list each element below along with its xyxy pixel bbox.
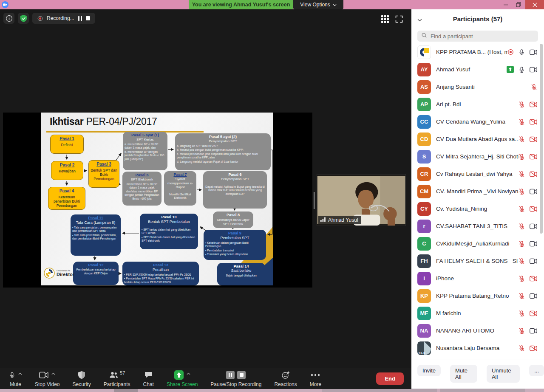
dots-icon: [311, 370, 320, 380]
toolbar-reactions[interactable]: Reactions: [268, 370, 303, 387]
zoom-app-icon: [2, 1, 8, 8]
participant-row[interactable]: IiPhone: [411, 270, 544, 287]
more-options-button[interactable]: ...: [529, 365, 544, 376]
viewing-banner: You are viewing Ahmad Yusuf's screen: [189, 0, 293, 9]
participant-video-ahmad[interactable]: Ahmad Yusuf: [317, 174, 406, 226]
camera-off-icon: [530, 206, 537, 212]
camera-off-icon: [530, 119, 537, 125]
participant-row[interactable]: FHFA HELMY SALEH & SONS_ SH...: [411, 252, 544, 270]
pause-recording-button[interactable]: [78, 16, 82, 21]
participant-row[interactable]: CCvKidulMesjid_AuliaKurniadi: [411, 235, 544, 252]
toolbar-security[interactable]: Security: [66, 370, 97, 387]
close-button[interactable]: [525, 0, 544, 9]
toolbar-pause-stop-recording[interactable]: Pause/Stop Recording: [204, 370, 268, 387]
mute-all-button[interactable]: Mute All: [450, 365, 477, 383]
participant-name: KPP Pratama Batang_Retno: [436, 293, 518, 299]
participants-scrollbar[interactable]: [540, 44, 543, 234]
participant-row[interactable]: KPKPP Pratama Batang_Retno: [411, 287, 544, 305]
minimize-button[interactable]: [500, 0, 512, 9]
participant-row[interactable]: MFM farichin: [411, 305, 544, 322]
toolbar-stop-video[interactable]: Stop Video: [28, 370, 66, 387]
participant-row[interactable]: N L BNusantara Laju Bersama: [411, 339, 544, 357]
screen-sharing-icon: [507, 66, 514, 73]
slide-box-p13: Pasal 13Peralihan• PER-53/PJ/2009 tetap …: [122, 262, 199, 285]
mic-muted-icon: [518, 101, 525, 108]
meeting-toolbar: MuteStop VideoSecurity57ParticipantsChat…: [0, 368, 411, 389]
slide-box-p5a2: Pasal 5 ayat (2)Penyampaian SPTa. langsu…: [175, 133, 271, 170]
participant-avatar: CC: [417, 115, 431, 129]
mic-muted-icon: [518, 240, 525, 247]
stop-recording-button[interactable]: [86, 16, 90, 20]
background-window-strip: [0, 389, 544, 392]
toolbar-participants[interactable]: 57Participants: [97, 370, 137, 387]
participant-avatar: C: [417, 237, 431, 251]
shield-icon: [78, 370, 85, 380]
unmute-all-button[interactable]: Unmute All: [487, 365, 520, 383]
recording-dot-icon: [37, 16, 43, 21]
participants-footer: InviteMute AllUnmute All...: [411, 359, 544, 389]
ministry-logo-icon: [44, 268, 55, 279]
participant-row[interactable]: NANANANG ARI UTOMO: [411, 322, 544, 339]
search-input[interactable]: [430, 33, 534, 40]
chevron-up-icon[interactable]: [51, 369, 55, 377]
shared-screen: IkhtisarPER-04/PJ/2017: [3, 113, 312, 288]
stop-recording-button[interactable]: [237, 371, 246, 379]
smiley-icon: [281, 370, 290, 380]
participant-row[interactable]: KPP PRATAMA B... (Host, me): [411, 43, 544, 61]
end-meeting-button[interactable]: End: [376, 372, 404, 385]
toolbar-mute[interactable]: Mute: [3, 370, 28, 387]
participant-name: CvKidulMesjid_AuliaKurniadi: [436, 240, 518, 247]
participant-row[interactable]: ASAnjang Susanti: [411, 78, 544, 96]
camera-icon: [530, 67, 537, 73]
participant-row[interactable]: SCV Mitra Sejahtera_Hj. Siti Choti...: [411, 148, 544, 165]
participant-avatar: AS: [417, 80, 431, 94]
participant-search[interactable]: [417, 31, 538, 42]
window-titlebar: You are viewing Ahmad Yusuf's screen Vie…: [0, 0, 544, 9]
mic-muted-icon: [518, 136, 525, 143]
toolbar-chat[interactable]: Chat: [137, 370, 160, 387]
camera-icon: [39, 370, 55, 380]
zoom-window: You are viewing Ahmad Yusuf's screen Vie…: [0, 0, 544, 392]
participant-name: CV. Mandiri Prima _Vivi Noviyana: [436, 188, 518, 195]
invite-button[interactable]: Invite: [417, 365, 441, 376]
participant-row[interactable]: AYAhmad Yusuf: [411, 61, 544, 78]
toolbar-label: Security: [73, 381, 91, 387]
viewing-banner-text: You are viewing Ahmad Yusuf's screen: [192, 2, 290, 8]
slide-box-p5a1: Pasal 5 ayat (1)SPT Kertasa. menerbitkan…: [123, 132, 167, 170]
participant-row[interactable]: rCV.SAHABAT TANI 3_TITIS: [411, 217, 544, 235]
participant-avatar: S: [417, 150, 431, 164]
participant-row[interactable]: CYCv. Yudistira_Nining: [411, 200, 544, 217]
participant-row[interactable]: CMCV. Mandiri Prima _Vivi Noviyana: [411, 183, 544, 200]
panel-resize-handle[interactable]: [313, 192, 315, 209]
camera-icon: [530, 49, 537, 55]
participant-avatar: r: [417, 220, 431, 233]
gallery-view-icon[interactable]: [381, 15, 389, 25]
slide-box-p11: Pasal 11Tata Cara (Lampiran II)• Tata ca…: [71, 214, 121, 256]
slide-box-p3: Pasal 3Bentuk SPT dan Bukti Pemotongan: [88, 160, 119, 188]
toolbar-share-screen[interactable]: Share Screen: [160, 370, 204, 387]
recctl-icon: [225, 370, 247, 380]
participant-avatar: CY: [417, 202, 431, 216]
participant-avatar: CM: [417, 185, 431, 198]
meeting-info-button[interactable]: [3, 13, 14, 24]
chevron-up-icon[interactable]: [187, 369, 190, 377]
pause-recording-button[interactable]: [226, 371, 235, 379]
maximize-button[interactable]: [513, 0, 524, 9]
participant-row[interactable]: CRCv Rahayu Lestari_dwi Yahya: [411, 165, 544, 183]
toolbar-more[interactable]: More: [303, 370, 328, 387]
view-options-button[interactable]: View Options: [293, 0, 343, 9]
recording-indicator: Recording...: [32, 13, 95, 24]
participant-name: CV.SAHABAT TANI 3_TITIS: [436, 223, 518, 229]
participant-row[interactable]: APAri pt. Bdl: [411, 96, 544, 113]
fullscreen-icon[interactable]: [395, 15, 403, 25]
presentation-slide: IkhtisarPER-04/PJ/2017: [41, 113, 273, 285]
camera-icon: [530, 223, 537, 229]
participant-row[interactable]: CDCV Dua Mutiara Abadi Agus sa...: [411, 130, 544, 148]
chevron-up-icon[interactable]: [18, 369, 22, 377]
collapse-panel-chevron[interactable]: [417, 16, 422, 23]
meeting-content-area: Recording... IkhtisarPER-04/PJ/2017: [0, 9, 411, 368]
participant-row[interactable]: CCCV Cendana Wangi_Yulina: [411, 113, 544, 130]
mic-muted-icon: [518, 206, 525, 212]
slide-box-p1: Pasal 1Definisi: [50, 135, 84, 154]
slide-box-p14: Pasal 14Saat berlakuSejak tanggal diteta…: [217, 263, 265, 285]
